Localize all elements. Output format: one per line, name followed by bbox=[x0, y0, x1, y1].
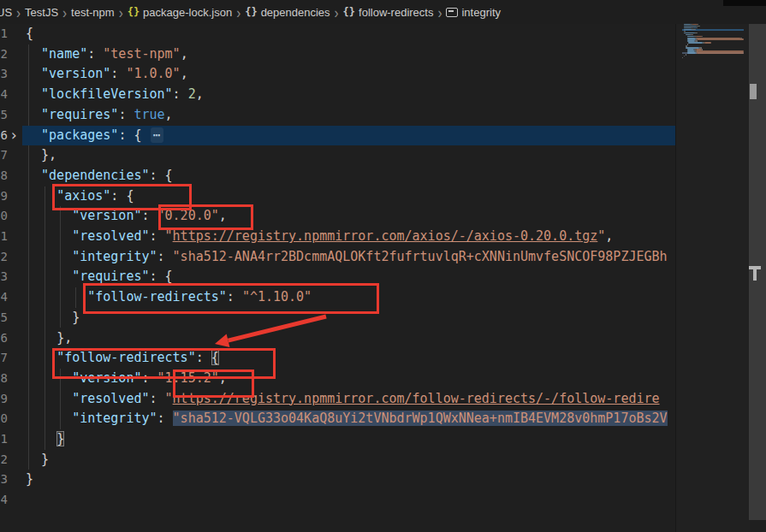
breadcrumb: US›TestJS›test-npm›{}package-lock.json›{… bbox=[0, 5, 501, 20]
line-number: 2 bbox=[0, 44, 8, 65]
breadcrumb-label: integrity bbox=[461, 6, 501, 19]
line-number: 1 bbox=[0, 227, 8, 247]
line-number: 7 bbox=[0, 145, 8, 166]
braces-icon: {} bbox=[343, 6, 355, 18]
code-text: }, bbox=[26, 145, 675, 166]
line-number: 1 bbox=[0, 429, 8, 450]
breadcrumb-label: test-npm bbox=[71, 6, 115, 19]
breadcrumb-label: TestJS bbox=[25, 6, 58, 19]
breadcrumb-item-dependencies[interactable]: {}dependencies bbox=[245, 6, 330, 19]
line-number: 9 bbox=[0, 389, 8, 410]
code-line-8[interactable]: 8 "dependencies": { bbox=[0, 166, 675, 186]
code-text: "lockfileVersion": 2, bbox=[26, 85, 675, 105]
line-number: 6 bbox=[0, 126, 8, 146]
breadcrumb-label: package-lock.json bbox=[143, 6, 232, 19]
code-text: "version": "0.20.0", bbox=[26, 206, 675, 227]
code-text: "resolved": "https://registry.npmmirror.… bbox=[26, 227, 675, 247]
vscode-editor: US›TestJS›test-npm›{}package-lock.json›{… bbox=[0, 0, 766, 532]
line-number: 3 bbox=[0, 470, 8, 490]
code-viewport[interactable]: 1{2 "name": "test-npm",3 "version": "1.0… bbox=[0, 24, 675, 532]
chevron-right-icon: › bbox=[62, 3, 67, 21]
line-number: 3 bbox=[0, 64, 8, 85]
code-line-7[interactable]: 7 }, bbox=[0, 145, 675, 166]
chevron-right-icon: › bbox=[236, 3, 240, 21]
code-line-20[interactable]: 0 "integrity": "sha512-VQLG33o04KaQ8uYi2… bbox=[0, 409, 675, 429]
code-line-4[interactable]: 4 "lockfileVersion": 2, bbox=[0, 85, 675, 105]
code-text: "follow-redirects": { bbox=[26, 348, 675, 369]
code-line-6[interactable]: 6› "packages": { ⋯ bbox=[0, 126, 675, 146]
line-number: 2 bbox=[0, 247, 8, 268]
code-line-11[interactable]: 1 "resolved": "https://registry.npmmirro… bbox=[0, 227, 675, 247]
code-line-3[interactable]: 3 "version": "1.0.0", bbox=[0, 64, 675, 85]
code-line-19[interactable]: 9 "resolved": "https://registry.npmmirro… bbox=[0, 389, 675, 410]
line-number: 2 bbox=[0, 450, 8, 470]
code-line-18[interactable]: 8 "version": "1.15.2", bbox=[0, 369, 675, 389]
code-text: "name": "test-npm", bbox=[26, 44, 675, 65]
breadcrumb-item-test-npm[interactable]: test-npm bbox=[71, 6, 115, 19]
code-text: "version": "1.0.0", bbox=[26, 64, 675, 85]
line-number: 8 bbox=[0, 369, 8, 389]
breadcrumb-bar: US›TestJS›test-npm›{}package-lock.json›{… bbox=[0, 0, 766, 24]
code-line-13[interactable]: 3 "requires": { bbox=[0, 267, 675, 287]
code-text: "requires": { bbox=[26, 267, 675, 287]
breadcrumb-item-follow-redirects[interactable]: {}follow-redirects bbox=[343, 6, 434, 19]
window-edge-strip bbox=[723, 0, 766, 6]
breadcrumb-item-package-lock.json[interactable]: {}package-lock.json bbox=[128, 6, 233, 19]
chevron-right-icon: › bbox=[335, 3, 339, 21]
breadcrumb-item-us[interactable]: US bbox=[0, 6, 12, 19]
code-text: "packages": { ⋯ bbox=[26, 126, 675, 146]
code-text: "version": "1.15.2", bbox=[26, 369, 675, 389]
code-text: "dependencies": { bbox=[26, 166, 675, 186]
chevron-right-icon: › bbox=[16, 3, 21, 21]
chevron-right-icon: › bbox=[119, 3, 123, 21]
code-line-16[interactable]: 6 }, bbox=[0, 328, 675, 349]
line-number: 7 bbox=[0, 348, 8, 369]
code-line-12[interactable]: 2 "integrity": "sha512-ANA4rr2BDcmmAQLOK… bbox=[0, 247, 675, 268]
code-line-23[interactable]: 3} bbox=[0, 470, 675, 490]
line-number: 0 bbox=[0, 206, 8, 227]
line-number: 5 bbox=[0, 105, 8, 126]
line-number: 5 bbox=[0, 308, 8, 328]
property-icon bbox=[446, 8, 458, 17]
code-text: } bbox=[26, 470, 675, 490]
code-line-2[interactable]: 2 "name": "test-npm", bbox=[0, 44, 675, 65]
code-line-1[interactable]: 1{ bbox=[0, 24, 675, 44]
code-text: } bbox=[26, 450, 675, 470]
code-text: "resolved": "https://registry.npmmirror.… bbox=[26, 389, 675, 410]
minimap-line bbox=[682, 59, 744, 61]
braces-icon: {} bbox=[245, 6, 257, 18]
code-line-24[interactable]: 4 bbox=[0, 490, 675, 511]
breadcrumb-item-integrity[interactable]: integrity bbox=[446, 6, 501, 19]
line-number: 8 bbox=[0, 166, 8, 186]
line-number: 3 bbox=[0, 267, 8, 287]
code-text: } bbox=[26, 308, 675, 328]
breadcrumb-label: follow-redirects bbox=[359, 6, 433, 19]
code-text: "integrity": "sha512-VQLG33o04KaQ8uYi2tV… bbox=[26, 409, 675, 429]
line-number: 0 bbox=[0, 409, 8, 429]
line-number: 4 bbox=[0, 490, 8, 511]
scrollbar-marker bbox=[750, 84, 757, 99]
line-number: 4 bbox=[0, 287, 8, 308]
chevron-right-icon: › bbox=[437, 3, 442, 21]
line-number: 6 bbox=[0, 328, 8, 349]
fold-chevron-icon[interactable]: › bbox=[9, 126, 18, 145]
code-line-10[interactable]: 0 "version": "0.20.0", bbox=[0, 206, 675, 227]
code-text: "axios": { bbox=[26, 186, 675, 207]
code-line-17[interactable]: 7 "follow-redirects": { bbox=[0, 348, 675, 369]
code-text: "follow-redirects": "^1.10.0" bbox=[26, 287, 675, 308]
minimap[interactable] bbox=[675, 24, 750, 532]
code-text: }, bbox=[26, 328, 675, 349]
code-line-21[interactable]: 1 } bbox=[0, 429, 675, 450]
code-line-14[interactable]: 4 "follow-redirects": "^1.10.0" bbox=[0, 287, 675, 308]
code-line-15[interactable]: 5 } bbox=[0, 308, 675, 328]
code-text: "requires": true, bbox=[26, 105, 675, 126]
code-text: } bbox=[26, 429, 675, 450]
breadcrumb-label: dependencies bbox=[261, 6, 330, 19]
code-line-5[interactable]: 5 "requires": true, bbox=[0, 105, 675, 126]
code-line-22[interactable]: 2 } bbox=[0, 450, 675, 470]
breadcrumb-item-testjs[interactable]: TestJS bbox=[25, 6, 58, 19]
line-number: 1 bbox=[0, 24, 8, 44]
breadcrumb-label: US bbox=[0, 6, 12, 19]
json-braces-icon: {} bbox=[128, 6, 140, 18]
code-line-9[interactable]: 9 "axios": { bbox=[0, 186, 675, 207]
